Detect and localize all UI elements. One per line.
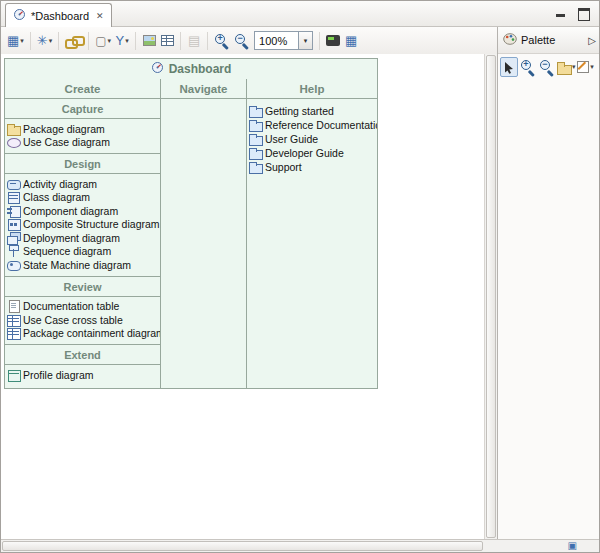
tab-dashboard[interactable]: *Dashboard ✕ <box>5 3 112 27</box>
use-case-cross-table-icon <box>7 314 20 326</box>
vertical-scrollbar-thumb[interactable] <box>486 55 496 538</box>
editor-tab-bar: *Dashboard ✕ <box>1 1 599 27</box>
help-items: Getting started Reference Documentation … <box>247 99 377 178</box>
palette-tools: + − ▾ ▾ <box>498 54 600 80</box>
diagram-canvas[interactable]: Dashboard Create Capture Package diagram <box>1 54 484 539</box>
select-tool-button[interactable] <box>500 57 518 77</box>
package-containment-diagram-icon <box>7 327 20 339</box>
design-items: Activity diagram Class diagram Component… <box>5 174 160 277</box>
help-header: Help <box>247 79 377 99</box>
fork-icon: Y <box>116 34 125 47</box>
review-items: Documentation table Use Case cross table… <box>5 297 160 346</box>
palette-title: Palette <box>521 34 584 46</box>
help-item-reference-documentation[interactable]: Reference Documentation <box>247 118 377 132</box>
create-item-use-case-cross-table[interactable]: Use Case cross table <box>5 313 160 327</box>
zoom-in-button[interactable]: + <box>212 30 232 52</box>
tab-title: *Dashboard <box>31 10 89 22</box>
create-item-composite-structure-diagram[interactable]: Composite Structure diagram <box>5 218 160 232</box>
create-item-package-diagram[interactable]: Package diagram <box>5 122 160 136</box>
create-item-deployment-diagram[interactable]: Deployment diagram <box>5 231 160 245</box>
dropdown-icon: ▾ <box>108 37 112 45</box>
help-column: Help Getting started Reference Documenta… <box>247 79 377 388</box>
dashboard-columns: Create Capture Package diagram Use Case … <box>5 79 377 388</box>
toolbar-separator <box>319 32 320 50</box>
extend-items: Profile diagram <box>5 365 160 386</box>
palette-folder-button[interactable]: ▾ <box>557 57 576 77</box>
zoom-out-button[interactable]: − <box>232 30 252 52</box>
help-folder-icon <box>249 161 262 173</box>
composite-structure-diagram-icon <box>7 218 20 230</box>
create-item-documentation-table[interactable]: Documentation table <box>5 300 160 314</box>
create-item-package-containment-diagram[interactable]: Package containment diagram <box>5 327 160 341</box>
minimize-button[interactable] <box>556 7 566 19</box>
state-machine-diagram-icon <box>7 259 20 271</box>
table-view-button[interactable] <box>158 30 176 52</box>
dropdown-icon: ▾ <box>590 63 594 71</box>
create-item-class-diagram[interactable]: Class diagram <box>5 191 160 205</box>
class-diagram-icon <box>7 191 20 203</box>
link-editor-button[interactable] <box>63 30 84 52</box>
sequence-diagram-icon <box>7 245 20 257</box>
blank-shape-icon: ▢ <box>95 35 106 47</box>
tab-close-icon[interactable]: ✕ <box>96 11 104 21</box>
fork-tool-button[interactable]: Y ▾ <box>113 30 131 52</box>
dashboard-tab-icon <box>13 8 26 23</box>
dashboard-panel-title: Dashboard <box>5 59 377 79</box>
palette-zoom-out-button[interactable]: − <box>538 57 556 77</box>
create-column: Create Capture Package diagram Use Case … <box>5 79 161 388</box>
palette-header[interactable]: Palette ▷ <box>498 27 600 54</box>
creation-wizard-button[interactable]: ✳ ▾ <box>35 30 54 52</box>
zoom-out-icon: − <box>539 59 555 75</box>
create-item-sequence-diagram[interactable]: Sequence diagram <box>5 245 160 259</box>
deployment-diagram-icon <box>7 232 20 244</box>
new-diagram-button[interactable]: ▦ ▾ <box>5 30 26 52</box>
clipboard-icon: ▤ <box>188 34 200 47</box>
horizontal-scrollbar[interactable] <box>1 540 484 552</box>
create-item-profile-diagram[interactable]: Profile diagram <box>5 368 160 382</box>
help-item-getting-started[interactable]: Getting started <box>247 104 377 118</box>
help-folder-icon <box>249 133 262 145</box>
zoom-dropdown-button[interactable]: ▾ <box>298 31 313 50</box>
palette-panel: Palette ▷ + − ▾ ▾ <box>497 27 600 539</box>
console-button[interactable] <box>324 30 342 52</box>
review-section-header: Review <box>5 277 160 297</box>
help-item-support[interactable]: Support <box>247 160 377 174</box>
create-item-use-case-diagram[interactable]: Use Case diagram <box>5 136 160 150</box>
grid-view-button[interactable]: ▦ <box>342 30 360 52</box>
palette-expand-icon[interactable]: ▷ <box>588 35 596 46</box>
help-folder-icon <box>249 119 262 131</box>
vertical-scrollbar[interactable] <box>484 54 497 539</box>
help-item-user-guide[interactable]: User Guide <box>247 132 377 146</box>
dashboard-gauge-icon <box>151 61 164 77</box>
toolbar-separator <box>88 32 89 50</box>
horizontal-scrollbar-thumb[interactable] <box>2 541 483 551</box>
help-item-developer-guide[interactable]: Developer Guide <box>247 146 377 160</box>
palette-note-button[interactable]: ▾ <box>577 57 595 77</box>
paste-button[interactable]: ▤ <box>185 30 203 52</box>
create-item-activity-diagram[interactable]: Activity diagram <box>5 177 160 191</box>
new-diagram-icon: ▦ <box>7 34 19 47</box>
palette-zoom-in-button[interactable]: + <box>519 57 537 77</box>
navigate-header: Navigate <box>161 79 246 99</box>
toolbar-separator <box>207 32 208 50</box>
zoom-level-combo: ▾ <box>254 31 313 50</box>
activity-diagram-icon <box>7 178 20 190</box>
shape-tool-button[interactable]: ▢ ▾ <box>93 30 113 52</box>
profile-diagram-icon <box>7 369 20 381</box>
toolbar-separator <box>180 32 181 50</box>
zoom-out-icon: − <box>234 33 250 49</box>
grid-icon: ▦ <box>345 34 357 47</box>
image-export-button[interactable] <box>140 30 158 52</box>
dashboard-title-text: Dashboard <box>169 62 232 76</box>
maximize-button[interactable] <box>578 7 589 19</box>
documentation-table-icon <box>7 300 20 312</box>
zoom-level-input[interactable] <box>254 31 298 50</box>
table-icon <box>161 35 174 46</box>
component-diagram-icon <box>7 205 20 217</box>
status-bar: ▣ <box>1 539 599 552</box>
status-icon[interactable]: ▣ <box>568 540 577 552</box>
package-diagram-icon <box>7 123 20 135</box>
help-folder-icon <box>249 105 262 117</box>
create-item-state-machine-diagram[interactable]: State Machine diagram <box>5 258 160 272</box>
create-item-component-diagram[interactable]: Component diagram <box>5 204 160 218</box>
